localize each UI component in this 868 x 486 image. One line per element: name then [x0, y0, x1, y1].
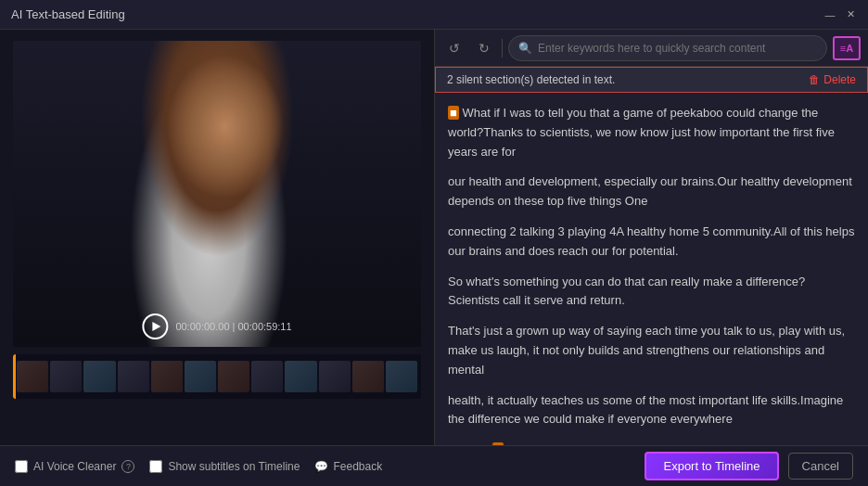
- voice-cleaner-checkbox[interactable]: [15, 460, 28, 473]
- delete-button[interactable]: 🗑 Delete: [809, 73, 856, 86]
- window-controls: — ✕: [823, 8, 857, 21]
- time-display: 00:00:00.00 | 00:00:59:11: [175, 321, 291, 332]
- title-bar: AI Text-based Editing — ✕: [0, 0, 868, 30]
- paragraph-text: That's just a grown up way of saying eac…: [448, 324, 845, 377]
- text-paragraph: health, it actually teaches us some of t…: [448, 391, 855, 430]
- video-frame: [13, 41, 421, 347]
- app-title: AI Text-based Editing: [11, 7, 125, 21]
- text-paragraph: So what's something you can do that can …: [448, 273, 855, 312]
- timeline-marker: [13, 354, 16, 399]
- silent-banner: 2 silent section(s) detected in text. 🗑 …: [435, 67, 868, 93]
- paragraph-text: So what's something you can do that can …: [448, 275, 805, 308]
- footer-left: AI Voice Cleaner ? Show subtitles on Tim…: [15, 460, 382, 473]
- editor-toolbar: ↺ ↻ 🔍 ≡A: [435, 30, 868, 67]
- text-content[interactable]: ■ What if I was to tell you that a game …: [435, 93, 868, 445]
- redo-button[interactable]: ↻: [472, 36, 496, 60]
- voice-cleaner-label: AI Voice Cleaner: [33, 460, 116, 473]
- silent-marker: ■: [448, 106, 459, 120]
- timeline-thumb: [118, 361, 149, 392]
- right-panel: ↺ ↻ 🔍 ≡A 2 silent section(s) detected in…: [434, 30, 868, 445]
- delete-label: Delete: [823, 73, 856, 86]
- text-paragraph: connecting 2 talking 3 playing 4A health…: [448, 223, 855, 262]
- timeline-thumb: [319, 361, 351, 392]
- subtitles-checkbox[interactable]: [149, 460, 162, 473]
- play-icon: [152, 322, 160, 331]
- total-time: 00:00:59:11: [237, 321, 291, 332]
- paragraph-text: What if I was to tell you that a game of…: [448, 106, 835, 159]
- timeline-thumb: [251, 361, 283, 392]
- timeline-thumb: [386, 361, 417, 392]
- feedback-link[interactable]: 💬 Feedback: [314, 460, 382, 473]
- paragraph-text: connecting 2 talking 3 playing 4A health…: [448, 224, 854, 258]
- timeline-thumb: [352, 361, 384, 392]
- playback-controls: 00:00:00.00 | 00:00:59:11: [142, 313, 291, 339]
- timeline-thumb: [50, 361, 82, 392]
- feedback-label: Feedback: [333, 460, 382, 473]
- toolbar-divider: [502, 39, 503, 58]
- minimize-button[interactable]: —: [823, 8, 836, 21]
- timeline-strip[interactable]: [13, 354, 421, 399]
- cancel-button[interactable]: Cancel: [788, 453, 853, 480]
- silent-message: 2 silent section(s) detected in text.: [447, 73, 615, 86]
- main-content: 00:00:00.00 | 00:00:59:11: [0, 30, 868, 445]
- feedback-icon: 💬: [314, 460, 328, 473]
- timeline-inner: [13, 360, 421, 393]
- paragraph-text: did this.: [448, 442, 490, 445]
- trash-icon: 🗑: [809, 73, 820, 86]
- undo-button[interactable]: ↺: [442, 36, 466, 60]
- left-panel: 00:00:00.00 | 00:00:59:11: [0, 30, 434, 445]
- subtitles-group: Show subtitles on Timeline: [149, 460, 300, 473]
- current-time: 00:00:00.00: [175, 321, 229, 332]
- voice-cleaner-info-icon[interactable]: ?: [121, 460, 134, 473]
- close-button[interactable]: ✕: [844, 8, 857, 21]
- voice-cleaner-group: AI Voice Cleaner ?: [15, 460, 134, 473]
- text-paragraph: our health and development, especially o…: [448, 173, 855, 211]
- search-icon: 🔍: [518, 42, 532, 55]
- format-button[interactable]: ≡A: [833, 36, 861, 60]
- timeline-thumb: [151, 361, 183, 392]
- format-icon: ≡A: [840, 43, 853, 54]
- export-to-timeline-button[interactable]: Export to Timeline: [645, 452, 778, 480]
- text-paragraph: That's just a grown up way of saying eac…: [448, 322, 855, 379]
- subtitles-label: Show subtitles on Timeline: [168, 460, 300, 473]
- play-button[interactable]: [142, 313, 168, 339]
- timeline-thumb: [285, 361, 316, 392]
- timeline-thumb: [17, 361, 48, 392]
- timeline-thumb: [83, 361, 115, 392]
- footer-right: Export to Timeline Cancel: [645, 452, 853, 480]
- timeline-thumb: [218, 361, 249, 392]
- video-container: 00:00:00.00 | 00:00:59:11: [13, 41, 421, 347]
- paragraph-text: our health and development, especially o…: [448, 174, 852, 208]
- search-bar: 🔍: [508, 35, 827, 61]
- search-input[interactable]: [538, 42, 817, 55]
- text-paragraph: ■ What if I was to tell you that a game …: [448, 104, 855, 161]
- timeline-thumb: [185, 361, 216, 392]
- text-paragraph: did this. ■: [448, 441, 855, 445]
- footer: AI Voice Cleaner ? Show subtitles on Tim…: [0, 445, 868, 486]
- silent-marker-end: ■: [492, 442, 504, 445]
- paragraph-text: health, it actually teaches us some of t…: [448, 393, 843, 427]
